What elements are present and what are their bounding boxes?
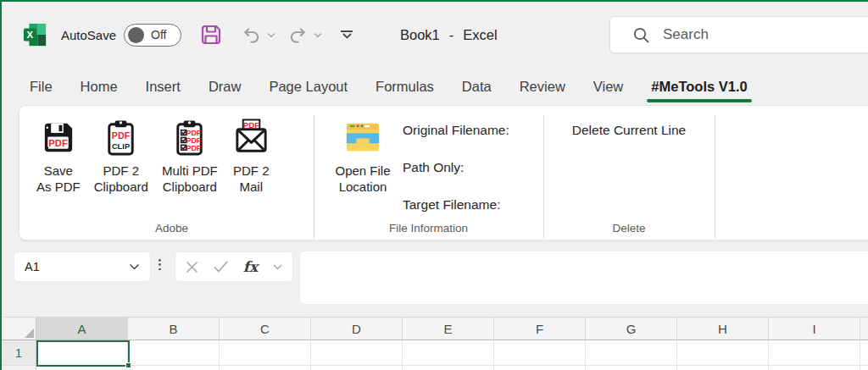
cell-e2-partial[interactable] [403, 366, 494, 370]
field-path-only[interactable]: Path Only: [403, 160, 509, 175]
column-header-e[interactable]: E [403, 318, 494, 340]
undo-dropdown-icon[interactable] [267, 32, 275, 38]
tab-page-layout[interactable]: Page Layout [269, 69, 348, 103]
insert-function-icon[interactable]: fx [243, 258, 258, 275]
name-box[interactable]: A1 [14, 251, 151, 282]
sheet-grid: A B C D E F G H I 1 [2, 317, 868, 370]
svg-text:CLIP: CLIP [112, 142, 130, 151]
group-separator [715, 115, 715, 239]
column-header-b[interactable]: B [128, 318, 220, 340]
tab-metools[interactable]: #MeTools V1.0 [651, 69, 747, 103]
cell-b1[interactable] [128, 340, 220, 366]
cell-overflow [860, 366, 868, 370]
formula-input[interactable] [299, 251, 868, 305]
undo-icon[interactable] [242, 25, 261, 45]
redo-dropdown-icon[interactable] [314, 32, 322, 38]
ribbon-group-adobe: PDF Save As PDF PDF CLIP PDF 2 [30, 113, 278, 197]
row-header-1[interactable]: 1 [2, 340, 36, 366]
ribbon-tab-bar: File Home Insert Draw Page Layout Formul… [2, 69, 748, 103]
autosave-toggle-state: Off [151, 28, 166, 41]
group-label-file-information: File Information [314, 222, 543, 235]
tab-data[interactable]: Data [462, 69, 492, 103]
fx-dropdown-icon[interactable] [273, 264, 282, 270]
column-header-f[interactable]: F [494, 318, 586, 340]
tab-file[interactable]: File [30, 69, 53, 103]
qat-customize-icon[interactable] [341, 30, 353, 39]
cell-f1[interactable] [494, 340, 586, 366]
cell-a1[interactable] [36, 340, 128, 366]
svg-text:PDF: PDF [242, 119, 259, 129]
cell-i1[interactable] [769, 340, 860, 366]
open-file-location-button[interactable]: Open File Location [325, 113, 401, 197]
autosave-label: AutoSave [61, 28, 116, 42]
button-label-line: As PDF [36, 179, 81, 195]
cell-c2-partial[interactable] [220, 366, 311, 370]
column-header-g[interactable]: G [586, 318, 677, 340]
column-header-row: A B C D E F G H I [2, 317, 868, 340]
pdf-2-clipboard-button[interactable]: PDF CLIP PDF 2 Clipboard [87, 113, 155, 197]
tab-view[interactable]: View [593, 69, 623, 103]
cell-h2-partial[interactable] [677, 366, 769, 370]
svg-text:PDF: PDF [186, 143, 202, 152]
cell-i2-partial[interactable] [769, 366, 860, 370]
group-label-adobe: Adobe [30, 222, 314, 235]
cell-a2-partial[interactable] [36, 366, 128, 370]
cell-d1[interactable] [311, 340, 403, 366]
cell-d2-partial[interactable] [311, 366, 403, 370]
button-label-line: PDF 2 [233, 163, 270, 179]
button-label-line: Clipboard [94, 179, 148, 195]
column-header-h[interactable]: H [677, 318, 769, 340]
autosave-toggle[interactable]: Off [124, 24, 181, 47]
autosave-toggle-knob [128, 27, 144, 43]
button-label-line: Mail [239, 179, 263, 195]
select-all-triangle-icon [25, 329, 34, 338]
multi-pdf-clipboard-button[interactable]: PDF PDF PDF Multi PDF Clipboard [155, 113, 225, 197]
cell-f2-partial[interactable] [494, 366, 586, 370]
cell-g2-partial[interactable] [586, 366, 677, 370]
column-header-d[interactable]: D [311, 318, 403, 340]
tab-home[interactable]: Home [81, 69, 118, 103]
search-icon [632, 26, 650, 44]
tab-review[interactable]: Review [520, 69, 565, 103]
select-all-button[interactable] [2, 318, 36, 340]
button-label-line: PDF 2 [103, 163, 140, 179]
save-as-pdf-button[interactable]: PDF Save As PDF [30, 113, 87, 197]
cancel-icon[interactable] [186, 261, 198, 273]
row-2-partial [2, 366, 868, 370]
tab-draw[interactable]: Draw [209, 69, 242, 103]
row-header-2-partial[interactable] [2, 366, 36, 370]
tab-formulas[interactable]: Formulas [376, 69, 434, 103]
formula-bar-resize-handle[interactable] [159, 259, 161, 270]
column-header-i[interactable]: I [769, 318, 860, 340]
column-header-a[interactable]: A [36, 318, 128, 340]
title-separator: - [449, 27, 454, 43]
button-label-line: Multi PDF [162, 163, 218, 179]
file-information-fields: Original Filename: Path Only: Target Fil… [403, 123, 509, 213]
button-label-line: Clipboard [163, 179, 217, 195]
cell-g1[interactable] [586, 340, 677, 366]
svg-text:PDF: PDF [49, 137, 69, 147]
cell-b2-partial[interactable] [128, 366, 220, 370]
cell-h1[interactable] [677, 340, 769, 366]
button-label-line: Save [44, 163, 73, 179]
name-box-value: A1 [25, 260, 40, 273]
tab-insert[interactable]: Insert [146, 69, 181, 103]
mail-pdf-icon: PDF [231, 116, 271, 158]
field-original-filename[interactable]: Original Filename: [403, 123, 509, 138]
enter-icon[interactable] [214, 261, 228, 273]
group-separator [314, 115, 314, 239]
redo-icon[interactable] [288, 25, 308, 45]
search-box[interactable] [609, 16, 868, 53]
save-icon[interactable] [199, 23, 223, 47]
column-header-c[interactable]: C [220, 318, 311, 340]
ribbon-panel: PDF Save As PDF PDF CLIP PDF 2 [19, 105, 868, 240]
name-box-dropdown-icon[interactable] [129, 263, 140, 270]
cell-e1[interactable] [403, 340, 494, 366]
excel-window: X AutoSave Off [0, 0, 868, 370]
search-input[interactable] [663, 26, 832, 43]
delete-current-line-button[interactable]: Delete Current Line [543, 119, 715, 142]
svg-text:PDF: PDF [112, 130, 131, 141]
cell-c1[interactable] [220, 340, 311, 366]
field-target-filename[interactable]: Target Filename: [403, 197, 509, 213]
pdf-2-mail-button[interactable]: PDF PDF 2 Mail [225, 113, 278, 197]
